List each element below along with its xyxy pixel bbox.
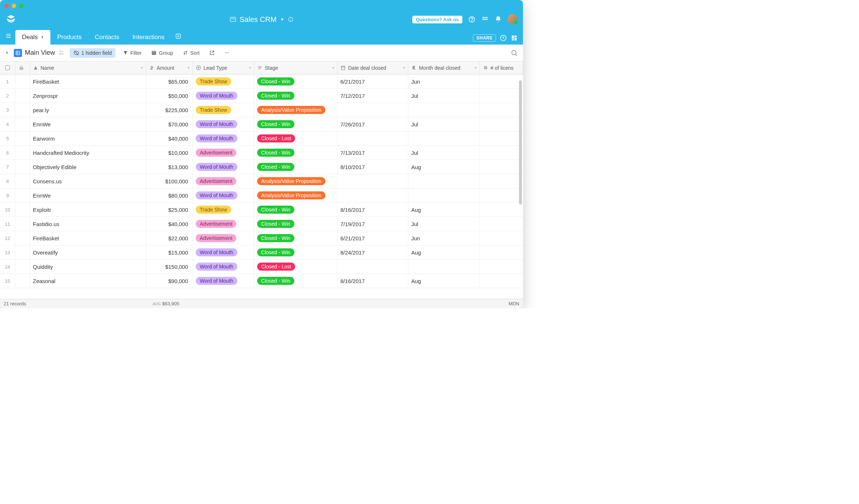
table-row[interactable]: 12FireBasket$22,000AdvertisementClosed -…	[0, 231, 523, 245]
notifications-icon[interactable]	[495, 16, 502, 23]
cell-month-closed[interactable]: Jul	[408, 89, 480, 103]
more-options-button[interactable]	[222, 49, 232, 57]
cell-stage[interactable]: Closed - Lost	[254, 131, 337, 145]
cell-stage[interactable]: Closed - Win	[254, 245, 337, 259]
share-button[interactable]: SHARE	[473, 34, 496, 42]
cell-month-closed[interactable]: Jul	[408, 117, 480, 131]
views-caret-icon[interactable]: ▼	[5, 51, 9, 55]
cell-month-closed[interactable]	[408, 260, 480, 274]
cell-month-closed[interactable]: Jun	[408, 231, 480, 245]
column-caret-icon[interactable]: ▼	[474, 66, 477, 70]
cell-amount[interactable]: $40,000	[146, 131, 193, 145]
cell-amount[interactable]: $100,000	[146, 174, 193, 188]
cell-date-closed[interactable]: 7/12/2017	[337, 89, 408, 103]
table-tab[interactable]: Interactions	[126, 30, 171, 45]
table-row[interactable]: 11Fastidio.us$40,000AdvertisementClosed …	[0, 217, 523, 231]
cell-lead-type[interactable]: Word of Mouth	[193, 274, 254, 288]
cell-amount[interactable]: $25,000	[146, 203, 193, 217]
cell-name[interactable]: Consens.us	[30, 174, 146, 188]
cell-stage[interactable]: Analysis/Value Proposition	[254, 103, 337, 117]
cell-date-closed[interactable]	[337, 260, 408, 274]
cell-amount[interactable]: $22,000	[146, 231, 193, 245]
table-row[interactable]: 15Zeasonal$90,000Word of MouthClosed - W…	[0, 274, 523, 288]
cell-stage[interactable]: Analysis/Value Proposition	[254, 188, 337, 202]
add-table-button[interactable]	[171, 30, 186, 44]
close-window-button[interactable]	[4, 4, 9, 8]
cell-month-closed[interactable]: Jul	[408, 217, 480, 231]
cell-amount[interactable]: $50,000	[146, 89, 193, 103]
column-caret-icon[interactable]: ▼	[248, 66, 252, 70]
cell-name[interactable]: Zeasonal	[30, 274, 146, 288]
cell-date-closed[interactable]: 8/16/2017	[337, 203, 408, 217]
column-header-date-closed[interactable]: Date deal closed ▼	[337, 61, 408, 74]
cell-date-closed[interactable]: 7/26/2017	[337, 117, 408, 131]
cell-name[interactable]: pear.ly	[30, 103, 146, 117]
cell-name[interactable]: Fastidio.us	[30, 217, 146, 231]
cell-month-closed[interactable]: Aug	[408, 245, 480, 259]
cell-date-closed[interactable]: 8/16/2017	[337, 274, 408, 288]
cell-name[interactable]: FireBasket	[30, 75, 146, 88]
cell-stage[interactable]: Closed - Lost	[254, 260, 337, 274]
cell-date-closed[interactable]	[337, 103, 408, 117]
cell-date-closed[interactable]: 7/13/2017	[337, 146, 408, 160]
table-row[interactable]: 1FireBasket$65,000Trade ShowClosed - Win…	[0, 75, 523, 89]
cell-name[interactable]: FireBasket	[30, 231, 146, 245]
collaborators-icon[interactable]	[58, 49, 65, 57]
cell-lead-type[interactable]: Word of Mouth	[193, 160, 254, 174]
grid-body[interactable]: 1FireBasket$65,000Trade ShowClosed - Win…	[0, 75, 523, 299]
column-caret-icon[interactable]: ▼	[332, 66, 335, 70]
cell-amount[interactable]: $70,000	[146, 117, 193, 131]
column-caret-icon[interactable]: ▼	[187, 66, 190, 70]
cell-name[interactable]: Earworm	[30, 131, 146, 145]
cell-lead-type[interactable]: Advertisement	[193, 174, 254, 188]
view-selector[interactable]: Main View	[14, 49, 65, 57]
column-header-amount[interactable]: Amount ▼	[146, 61, 193, 74]
table-row[interactable]: 3pear.ly$225,000Trade ShowAnalysis/Value…	[0, 103, 523, 117]
cell-stage[interactable]: Closed - Win	[254, 231, 337, 245]
cell-name[interactable]: Zenprospr	[30, 89, 146, 103]
cell-name[interactable]: Handcrafted Mediocrity	[30, 146, 146, 160]
cell-lead-type[interactable]: Word of Mouth	[193, 89, 254, 103]
column-header-name[interactable]: Name ▼	[30, 61, 146, 74]
cell-date-closed[interactable]: 6/21/2017	[337, 75, 408, 88]
share-view-button[interactable]	[207, 49, 217, 57]
cell-stage[interactable]: Closed - Win	[254, 274, 337, 288]
cell-amount[interactable]: $40,000	[146, 217, 193, 231]
base-title[interactable]: Sales CRM ▼	[229, 15, 294, 24]
minimize-window-button[interactable]	[12, 4, 16, 8]
cell-stage[interactable]: Closed - Win	[254, 117, 337, 131]
cell-name[interactable]: Exploitr	[30, 203, 146, 217]
sort-button[interactable]: Sort	[180, 49, 202, 57]
cell-month-closed[interactable]: Jul	[408, 146, 480, 160]
table-tab[interactable]: Contacts	[88, 30, 126, 45]
help-icon[interactable]	[468, 16, 476, 23]
table-tab[interactable]: Products	[50, 30, 88, 45]
cell-lead-type[interactable]: Trade Show	[193, 203, 254, 217]
sidebar-toggle-icon[interactable]	[5, 33, 12, 40]
table-row[interactable]: 8Consens.us$100,000AdvertisementAnalysis…	[0, 174, 523, 188]
cell-date-closed[interactable]	[337, 188, 408, 202]
table-row[interactable]: 13Overeatify$15,000Word of MouthClosed -…	[0, 245, 523, 260]
cell-lead-type[interactable]: Word of Mouth	[193, 245, 254, 259]
column-header-stage[interactable]: Stage ▼	[254, 61, 337, 74]
cell-month-closed[interactable]	[408, 103, 480, 117]
table-tab[interactable]: Deals▼	[15, 30, 50, 45]
cell-amount[interactable]: $80,000	[146, 188, 193, 202]
cell-month-closed[interactable]: Aug	[408, 274, 480, 288]
cell-date-closed[interactable]	[337, 174, 408, 188]
cell-month-closed[interactable]: Aug	[408, 203, 480, 217]
blocks-icon[interactable]	[511, 34, 518, 42]
cell-stage[interactable]: Closed - Win	[254, 89, 337, 103]
cell-lead-type[interactable]: Trade Show	[193, 75, 254, 88]
maximize-window-button[interactable]	[19, 4, 23, 8]
cell-date-closed[interactable]: 8/24/2017	[337, 245, 408, 259]
table-row[interactable]: 14Quiddity$150,000Word of MouthClosed - …	[0, 260, 523, 274]
search-icon[interactable]	[511, 49, 518, 57]
cell-stage[interactable]: Closed - Win	[254, 75, 337, 88]
cell-name[interactable]: Quiddity	[30, 260, 146, 274]
table-row[interactable]: 9EnnWe$80,000Word of MouthAnalysis/Value…	[0, 188, 523, 203]
table-row[interactable]: 7Objectively Edible$13,000Word of MouthC…	[0, 160, 523, 174]
column-header-licenses[interactable]: # of licens	[480, 61, 523, 74]
cell-lead-type[interactable]: Word of Mouth	[193, 117, 254, 131]
history-icon[interactable]	[500, 34, 507, 42]
